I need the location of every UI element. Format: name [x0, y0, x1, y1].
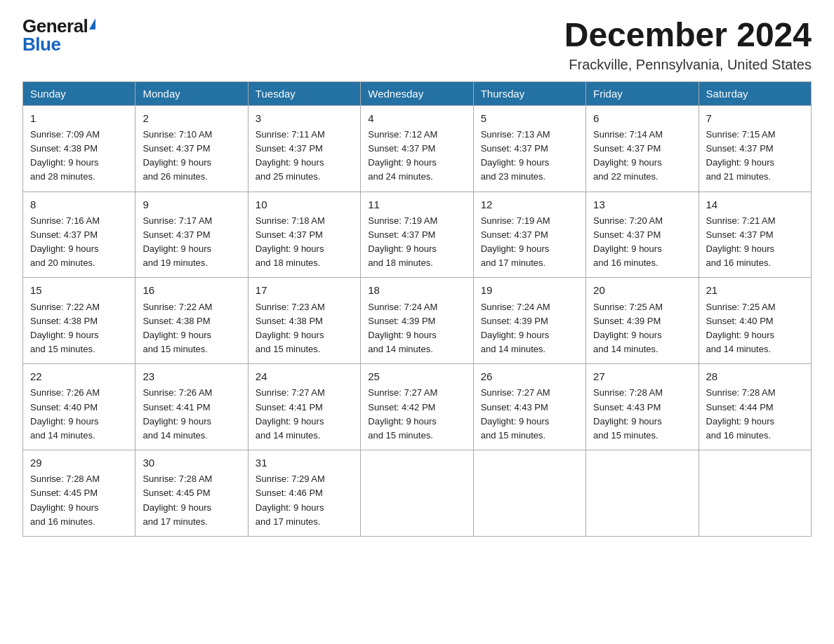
day-info: Sunrise: 7:22 AM Sunset: 4:38 PM Dayligh… [30, 302, 100, 354]
day-info: Sunrise: 7:22 AM Sunset: 4:38 PM Dayligh… [143, 302, 212, 354]
day-cell: 24 Sunrise: 7:27 AM Sunset: 4:41 PM Dayl… [248, 364, 360, 450]
day-cell: 26 Sunrise: 7:27 AM Sunset: 4:43 PM Dayl… [473, 364, 585, 450]
day-cell: 11 Sunrise: 7:19 AM Sunset: 4:37 PM Dayl… [361, 192, 473, 278]
day-cell: 19 Sunrise: 7:24 AM Sunset: 4:39 PM Dayl… [473, 278, 585, 364]
week-row-5: 29 Sunrise: 7:28 AM Sunset: 4:45 PM Dayl… [23, 450, 812, 537]
day-number: 15 [30, 282, 128, 298]
day-number: 31 [256, 455, 353, 471]
day-info: Sunrise: 7:12 AM Sunset: 4:37 PM Dayligh… [368, 129, 437, 182]
day-cell: 10 Sunrise: 7:18 AM Sunset: 4:37 PM Dayl… [248, 192, 360, 278]
calendar-table: Sunday Monday Tuesday Wednesday Thursday… [22, 81, 812, 537]
day-number: 25 [368, 368, 465, 384]
day-info: Sunrise: 7:09 AM Sunset: 4:38 PM Dayligh… [30, 129, 100, 182]
day-cell: 22 Sunrise: 7:26 AM Sunset: 4:40 PM Dayl… [23, 364, 135, 450]
month-title: December 2024 [564, 17, 812, 54]
day-info: Sunrise: 7:18 AM Sunset: 4:37 PM Dayligh… [256, 215, 325, 268]
logo-general-text: General [22, 17, 88, 35]
week-row-4: 22 Sunrise: 7:26 AM Sunset: 4:40 PM Dayl… [23, 364, 812, 450]
day-info: Sunrise: 7:19 AM Sunset: 4:37 PM Dayligh… [368, 215, 437, 268]
day-cell: 9 Sunrise: 7:17 AM Sunset: 4:37 PM Dayli… [135, 192, 248, 278]
week-row-1: 1 Sunrise: 7:09 AM Sunset: 4:38 PM Dayli… [23, 105, 812, 192]
day-cell: 13 Sunrise: 7:20 AM Sunset: 4:37 PM Dayl… [586, 192, 699, 278]
day-number: 17 [256, 282, 353, 298]
logo: General Blue [22, 17, 95, 53]
day-cell: 18 Sunrise: 7:24 AM Sunset: 4:39 PM Dayl… [361, 278, 473, 364]
day-info: Sunrise: 7:19 AM Sunset: 4:37 PM Dayligh… [481, 215, 550, 268]
day-number: 26 [481, 368, 578, 384]
day-number: 12 [481, 196, 578, 213]
location-title: Frackville, Pennsylvania, United States [564, 57, 812, 73]
day-number: 27 [593, 368, 691, 384]
day-info: Sunrise: 7:23 AM Sunset: 4:38 PM Dayligh… [256, 302, 325, 354]
day-number: 29 [30, 455, 128, 471]
day-cell: 17 Sunrise: 7:23 AM Sunset: 4:38 PM Dayl… [248, 278, 360, 364]
day-cell [361, 450, 473, 537]
day-cell: 5 Sunrise: 7:13 AM Sunset: 4:37 PM Dayli… [473, 105, 585, 192]
day-info: Sunrise: 7:29 AM Sunset: 4:46 PM Dayligh… [256, 474, 325, 526]
day-cell: 3 Sunrise: 7:11 AM Sunset: 4:37 PM Dayli… [248, 105, 360, 192]
day-info: Sunrise: 7:26 AM Sunset: 4:41 PM Dayligh… [143, 387, 212, 440]
day-info: Sunrise: 7:25 AM Sunset: 4:40 PM Dayligh… [706, 302, 776, 354]
day-cell [586, 450, 699, 537]
day-info: Sunrise: 7:27 AM Sunset: 4:43 PM Dayligh… [481, 387, 550, 440]
day-number: 20 [593, 282, 691, 298]
day-info: Sunrise: 7:13 AM Sunset: 4:37 PM Dayligh… [481, 129, 550, 182]
day-cell: 16 Sunrise: 7:22 AM Sunset: 4:38 PM Dayl… [135, 278, 248, 364]
day-info: Sunrise: 7:25 AM Sunset: 4:39 PM Dayligh… [593, 302, 663, 354]
day-cell: 25 Sunrise: 7:27 AM Sunset: 4:42 PM Dayl… [361, 364, 473, 450]
col-friday: Friday [586, 81, 699, 105]
day-cell: 28 Sunrise: 7:28 AM Sunset: 4:44 PM Dayl… [699, 364, 811, 450]
col-monday: Monday [135, 81, 248, 105]
day-info: Sunrise: 7:27 AM Sunset: 4:42 PM Dayligh… [368, 387, 437, 440]
day-info: Sunrise: 7:14 AM Sunset: 4:37 PM Dayligh… [593, 129, 663, 182]
day-number: 5 [481, 110, 578, 126]
day-cell: 29 Sunrise: 7:28 AM Sunset: 4:45 PM Dayl… [23, 450, 135, 537]
day-number: 6 [593, 110, 691, 126]
day-number: 22 [30, 368, 128, 384]
col-sunday: Sunday [23, 81, 135, 105]
day-info: Sunrise: 7:20 AM Sunset: 4:37 PM Dayligh… [593, 215, 663, 268]
day-info: Sunrise: 7:28 AM Sunset: 4:44 PM Dayligh… [706, 387, 776, 440]
calendar-header: Sunday Monday Tuesday Wednesday Thursday… [23, 81, 812, 105]
day-cell: 23 Sunrise: 7:26 AM Sunset: 4:41 PM Dayl… [135, 364, 248, 450]
day-cell: 6 Sunrise: 7:14 AM Sunset: 4:37 PM Dayli… [586, 105, 699, 192]
day-cell [473, 450, 585, 537]
day-cell: 14 Sunrise: 7:21 AM Sunset: 4:37 PM Dayl… [699, 192, 811, 278]
day-number: 30 [143, 455, 240, 471]
day-number: 2 [143, 110, 240, 126]
day-info: Sunrise: 7:26 AM Sunset: 4:40 PM Dayligh… [30, 387, 100, 440]
calendar-body: 1 Sunrise: 7:09 AM Sunset: 4:38 PM Dayli… [23, 105, 812, 536]
day-cell: 4 Sunrise: 7:12 AM Sunset: 4:37 PM Dayli… [361, 105, 473, 192]
day-cell: 12 Sunrise: 7:19 AM Sunset: 4:37 PM Dayl… [473, 192, 585, 278]
week-row-2: 8 Sunrise: 7:16 AM Sunset: 4:37 PM Dayli… [23, 192, 812, 278]
day-number: 11 [368, 196, 465, 213]
day-number: 10 [256, 196, 353, 213]
day-number: 14 [706, 196, 804, 213]
day-number: 9 [143, 196, 240, 213]
day-cell: 15 Sunrise: 7:22 AM Sunset: 4:38 PM Dayl… [23, 278, 135, 364]
day-number: 13 [593, 196, 691, 213]
day-info: Sunrise: 7:11 AM Sunset: 4:37 PM Dayligh… [256, 129, 325, 182]
day-number: 8 [30, 196, 128, 213]
day-cell: 1 Sunrise: 7:09 AM Sunset: 4:38 PM Dayli… [23, 105, 135, 192]
day-cell: 2 Sunrise: 7:10 AM Sunset: 4:37 PM Dayli… [135, 105, 248, 192]
col-thursday: Thursday [473, 81, 585, 105]
day-number: 7 [706, 110, 804, 126]
day-cell: 31 Sunrise: 7:29 AM Sunset: 4:46 PM Dayl… [248, 450, 360, 537]
col-tuesday: Tuesday [248, 81, 360, 105]
day-info: Sunrise: 7:21 AM Sunset: 4:37 PM Dayligh… [706, 215, 776, 268]
day-info: Sunrise: 7:16 AM Sunset: 4:37 PM Dayligh… [30, 215, 100, 268]
day-number: 1 [30, 110, 128, 126]
col-wednesday: Wednesday [361, 81, 473, 105]
logo-blue-text: Blue [22, 35, 95, 53]
logo-triangle-icon [89, 18, 95, 29]
day-info: Sunrise: 7:27 AM Sunset: 4:41 PM Dayligh… [256, 387, 325, 440]
day-number: 4 [368, 110, 465, 126]
day-cell [699, 450, 811, 537]
day-cell: 27 Sunrise: 7:28 AM Sunset: 4:43 PM Dayl… [586, 364, 699, 450]
page-header: General Blue December 2024 Frackville, P… [22, 17, 812, 73]
week-row-3: 15 Sunrise: 7:22 AM Sunset: 4:38 PM Dayl… [23, 278, 812, 364]
day-cell: 8 Sunrise: 7:16 AM Sunset: 4:37 PM Dayli… [23, 192, 135, 278]
day-info: Sunrise: 7:15 AM Sunset: 4:37 PM Dayligh… [706, 129, 776, 182]
day-info: Sunrise: 7:28 AM Sunset: 4:43 PM Dayligh… [593, 387, 663, 440]
